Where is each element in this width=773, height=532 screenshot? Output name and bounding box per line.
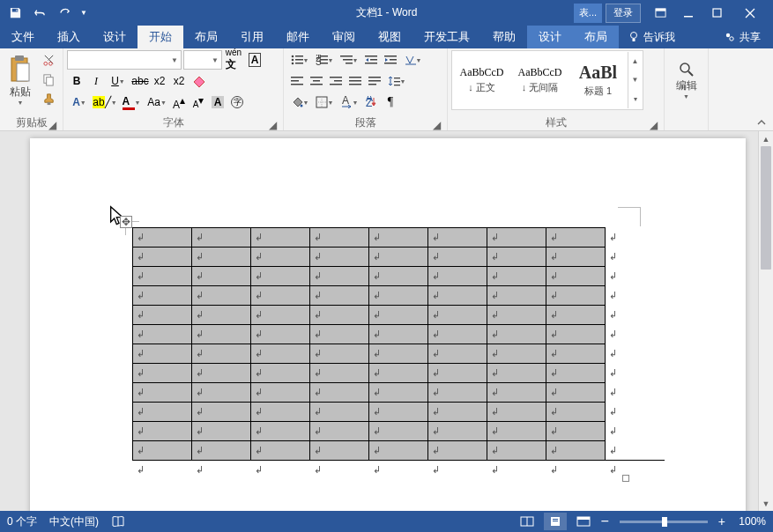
undo-button[interactable] bbox=[28, 3, 51, 24]
table-cell[interactable]: ↲ bbox=[133, 422, 192, 441]
table-cell[interactable]: ↲ bbox=[192, 267, 251, 286]
tab-home[interactable]: 开始 bbox=[138, 26, 183, 48]
table-cell[interactable]: ↲ bbox=[606, 364, 665, 383]
shading-button[interactable]: ▼ bbox=[287, 92, 312, 112]
strike-button[interactable]: abc bbox=[130, 71, 150, 91]
align-justify-button[interactable] bbox=[346, 71, 365, 91]
cut-button[interactable] bbox=[38, 50, 59, 70]
paragraph-launcher[interactable]: ◢ bbox=[431, 119, 442, 129]
font-color-button[interactable]: A▼ bbox=[118, 92, 145, 112]
table-cell[interactable]: ↲ bbox=[192, 248, 251, 267]
tab-design[interactable]: 设计 bbox=[92, 26, 138, 48]
table-cell[interactable]: ↲ bbox=[192, 461, 251, 480]
ribbon-options-button[interactable] bbox=[646, 3, 674, 24]
zoom-slider-thumb[interactable] bbox=[662, 517, 667, 527]
table-cell[interactable]: ↲ bbox=[310, 325, 369, 344]
table-cell[interactable]: ↲ bbox=[428, 248, 487, 267]
table-cell[interactable]: ↲ bbox=[192, 344, 251, 364]
share-button[interactable]: 共享 bbox=[711, 26, 773, 48]
table-cell[interactable]: ↲ bbox=[192, 403, 251, 422]
table-cell[interactable]: ↲ bbox=[133, 441, 192, 461]
table-cell[interactable]: ↲ bbox=[487, 403, 546, 422]
table-cell[interactable]: ↲ bbox=[192, 364, 251, 383]
view-read-button[interactable] bbox=[516, 513, 539, 530]
view-web-button[interactable] bbox=[572, 513, 595, 530]
tab-review[interactable]: 审阅 bbox=[321, 26, 367, 48]
table-cell[interactable]: ↲ bbox=[251, 248, 310, 267]
table-cell[interactable]: ↲ bbox=[487, 325, 546, 344]
table-cell[interactable]: ↲ bbox=[310, 286, 369, 306]
bullets-button[interactable]: ▼ bbox=[287, 50, 312, 70]
table-cell[interactable]: ↲ bbox=[606, 248, 665, 267]
table-cell[interactable]: ↲ bbox=[133, 403, 192, 422]
editing-button[interactable]: 编辑 ▼ bbox=[668, 50, 704, 110]
table-cell[interactable]: ↲ bbox=[369, 286, 428, 306]
table-cell[interactable]: ↲ bbox=[369, 228, 428, 248]
table-cell[interactable]: ↲ bbox=[192, 383, 251, 403]
table-cell[interactable]: ↲ bbox=[606, 441, 665, 461]
table-cell[interactable]: ↲ bbox=[369, 364, 428, 383]
superscript-button[interactable]: x2 bbox=[169, 71, 189, 91]
vertical-scrollbar[interactable]: ▲ ▼ bbox=[758, 131, 773, 511]
table-cell[interactable]: ↲ bbox=[487, 422, 546, 441]
document-page[interactable]: ✥ ↲↲↲↲↲↲↲↲↲↲↲↲↲↲↲↲↲↲↲↲↲↲↲↲↲↲↲↲↲↲↲↲↲↲↲↲↲↲… bbox=[30, 138, 746, 511]
table-cell[interactable]: ↲ bbox=[251, 403, 310, 422]
numbering-button[interactable]: 123▼ bbox=[312, 50, 337, 70]
table-cell[interactable]: ↲ bbox=[369, 403, 428, 422]
table-cell[interactable]: ↲ bbox=[606, 306, 665, 325]
table-cell[interactable]: ↲ bbox=[192, 228, 251, 248]
table-move-handle[interactable]: ✥ bbox=[120, 216, 132, 228]
sort-button[interactable]: AZ bbox=[361, 92, 381, 112]
table-cell[interactable]: ↲ bbox=[487, 364, 546, 383]
table-cell[interactable]: ↲ bbox=[310, 383, 369, 403]
table-cell[interactable]: ↲ bbox=[546, 267, 606, 286]
align-left-button[interactable] bbox=[287, 71, 307, 91]
gallery-up[interactable]: ▲ bbox=[628, 52, 642, 70]
table-cell[interactable]: ↲ bbox=[606, 325, 665, 344]
phonetic-guide-button[interactable]: wén文 bbox=[224, 50, 243, 70]
document-table[interactable]: ↲↲↲↲↲↲↲↲↲↲↲↲↲↲↲↲↲↲↲↲↲↲↲↲↲↲↲↲↲↲↲↲↲↲↲↲↲↲↲↲… bbox=[132, 227, 665, 480]
table-cell[interactable]: ↲ bbox=[133, 383, 192, 403]
table-cell[interactable]: ↲ bbox=[310, 344, 369, 364]
enclose-char-button[interactable]: 字 bbox=[227, 92, 247, 112]
copy-button[interactable] bbox=[38, 70, 59, 89]
table-cell[interactable]: ↲ bbox=[251, 461, 310, 480]
table-cell[interactable]: ↲ bbox=[487, 228, 546, 248]
table-cell[interactable]: ↲ bbox=[310, 306, 369, 325]
word-count[interactable]: 0 个字 bbox=[7, 514, 37, 529]
table-cell[interactable]: ↲ bbox=[369, 306, 428, 325]
tab-view[interactable]: 视图 bbox=[367, 26, 413, 48]
table-cell[interactable]: ↲ bbox=[606, 461, 665, 480]
char-border-button[interactable]: A bbox=[245, 50, 264, 70]
align-dist-button[interactable] bbox=[365, 71, 384, 91]
char-shading-button[interactable]: A bbox=[208, 92, 227, 112]
table-cell[interactable]: ↲ bbox=[606, 286, 665, 306]
table-cell[interactable]: ↲ bbox=[251, 325, 310, 344]
table-cell[interactable]: ↲ bbox=[487, 441, 546, 461]
change-case-button[interactable]: Aa▼ bbox=[145, 92, 169, 112]
table-cell[interactable]: ↲ bbox=[546, 364, 606, 383]
tab-file[interactable]: 文件 bbox=[0, 26, 46, 48]
tab-insert[interactable]: 插入 bbox=[46, 26, 92, 48]
table-cell[interactable]: ↲ bbox=[428, 344, 487, 364]
font-size-combo[interactable]: ▼ bbox=[183, 50, 222, 70]
table-cell[interactable]: ↲ bbox=[251, 306, 310, 325]
tab-references[interactable]: 引用 bbox=[229, 26, 275, 48]
table-cell[interactable]: ↲ bbox=[369, 461, 428, 480]
table-cell[interactable]: ↲ bbox=[546, 441, 606, 461]
table-cell[interactable]: ↲ bbox=[310, 422, 369, 441]
multilevel-button[interactable]: ▼ bbox=[337, 50, 361, 70]
table-cell[interactable]: ↲ bbox=[546, 422, 606, 441]
table-cell[interactable]: ↲ bbox=[310, 461, 369, 480]
table-cell[interactable]: ↲ bbox=[133, 267, 192, 286]
text-effects-button[interactable]: A▼ bbox=[67, 92, 92, 112]
table-cell[interactable]: ↲ bbox=[606, 228, 665, 248]
table-cell[interactable]: ↲ bbox=[133, 344, 192, 364]
table-cell[interactable]: ↲ bbox=[546, 383, 606, 403]
close-button[interactable] bbox=[731, 3, 769, 24]
format-painter-button[interactable] bbox=[38, 89, 59, 108]
tab-layout[interactable]: 布局 bbox=[183, 26, 229, 48]
paste-button[interactable]: 粘贴 ▼ bbox=[4, 50, 37, 110]
table-cell[interactable]: ↲ bbox=[428, 306, 487, 325]
table-cell[interactable]: ↲ bbox=[192, 441, 251, 461]
